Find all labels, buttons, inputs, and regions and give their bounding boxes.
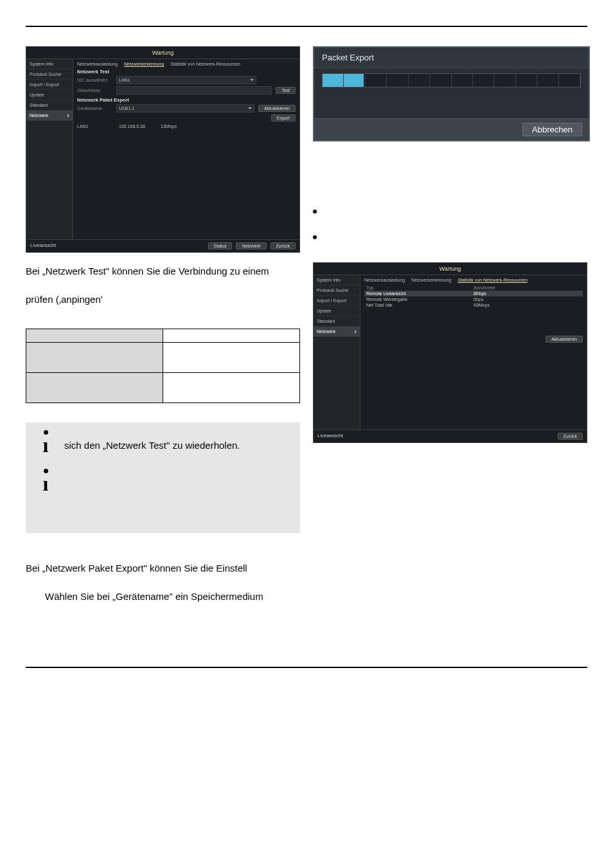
cell <box>26 329 163 343</box>
chevron-right-icon <box>355 330 357 334</box>
footer-liveansicht[interactable]: Liveansicht <box>317 433 343 440</box>
table-row <box>26 373 300 403</box>
sidebar-item-import-export[interactable]: Import / Export <box>314 296 360 306</box>
table-row <box>26 343 300 373</box>
label-nic: NIC auswählen <box>77 78 112 82</box>
zurueck-button[interactable]: Zurück <box>558 433 583 440</box>
bullet-icon <box>313 210 317 213</box>
content-pane: Netzwerkauslastung Netzwerkerkennung Sta… <box>360 275 587 429</box>
cell <box>163 373 300 403</box>
window-title: Wartung <box>26 47 299 59</box>
table-row[interactable]: Remote Liveansicht 8Kbps <box>364 291 583 296</box>
sidebar-item-update[interactable]: Update <box>314 306 360 316</box>
sidebar-item-protokoll-suche[interactable]: Protokoll Suche <box>26 69 73 80</box>
note-text-1: sich den „Netzwerk Test" zu wiederholen. <box>64 430 240 453</box>
sidebar-item-protokoll-suche[interactable]: Protokoll Suche <box>314 285 360 296</box>
cell <box>163 343 300 373</box>
table-row[interactable]: Net Total Idle 60Mbps <box>364 302 583 308</box>
tab-netzwerkerkennung[interactable]: Netzwerkerkennung <box>411 278 451 282</box>
progress-bar <box>322 73 581 87</box>
netzwerk-button[interactable]: Netzwerk <box>236 242 266 249</box>
tab-netzwerkauslastung[interactable]: Netzwerkauslastung <box>364 278 405 282</box>
chevron-down-icon <box>250 79 254 81</box>
top-rule <box>26 26 587 27</box>
sidebar-item-netzwerk[interactable]: Netzwerk <box>26 111 73 121</box>
export-table-row: LAN1 192.168.0.38 13Mbps <box>77 123 296 129</box>
tab-statistik[interactable]: Statistik von Netzwerk-Ressourcen <box>170 62 240 66</box>
note-box: ı sich den „Netzwerk Test" zu wiederhole… <box>26 422 300 533</box>
zurueck-button[interactable]: Zurück <box>271 242 296 249</box>
cell <box>26 373 163 403</box>
screenshot-wartung-netzwerkerkennung: Wartung System Info Protokoll Suche Impo… <box>26 46 300 253</box>
sidebar: System Info Protokoll Suche Import / Exp… <box>314 275 360 429</box>
test-button[interactable]: Test <box>276 87 296 94</box>
footer-liveansicht[interactable]: Liveansicht <box>30 242 56 249</box>
sidebar: System Info Protokoll Suche Import / Exp… <box>26 59 73 239</box>
paragraph-4: Wählen Sie bei „Gerätename" ein Speicher… <box>45 587 300 606</box>
paragraph-3: Bei „Netzwerk Paket Export" können Sie d… <box>26 559 300 578</box>
dialog-title: Packet Export <box>314 48 589 68</box>
bottom-rule <box>26 667 587 668</box>
data-table <box>26 329 300 403</box>
paragraph-1: Bei „Netzwerk Test" können Sie die Verbi… <box>26 262 300 281</box>
content-pane: Netzwerkauslastung Netzwerkerkennung Sta… <box>73 59 299 239</box>
sidebar-item-system-info[interactable]: System Info <box>26 59 73 69</box>
sidebar-item-netzwerk[interactable]: Netzwerk <box>314 327 360 337</box>
packet-export-dialog: Packet Export Abbrechen <box>313 46 590 141</box>
chevron-down-icon <box>248 107 252 109</box>
table-header: Typ Bandbreite <box>364 285 583 291</box>
table-row[interactable]: Remote Wiedergabe 0bps <box>364 296 583 302</box>
bullet-icon <box>313 235 317 239</box>
chevron-right-icon <box>67 114 69 118</box>
label-zieladresse: Zieladresse <box>77 88 112 93</box>
cancel-button[interactable]: Abbrechen <box>522 123 582 136</box>
table-row <box>26 329 300 343</box>
tab-statistik[interactable]: Statistik von Netzwerk-Ressourcen <box>458 278 528 282</box>
export-button[interactable]: Export <box>271 114 296 122</box>
cell <box>26 343 163 373</box>
refresh-button[interactable]: Aktualisieren <box>546 336 583 343</box>
sidebar-item-import-export[interactable]: Import / Export <box>26 80 73 90</box>
info-icon: ı <box>39 430 53 455</box>
sidebar-item-update[interactable]: Update <box>26 90 73 100</box>
cell <box>163 329 300 343</box>
paragraph-2: prüfen (‚anpingen' <box>26 290 300 309</box>
sidebar-item-standard[interactable]: Standard <box>314 316 360 327</box>
geraetename-select[interactable]: USB1-1 <box>116 104 254 113</box>
section-netzwerk-test: Netzwerk Test <box>77 69 296 75</box>
nic-select[interactable]: LAN1 <box>116 76 256 84</box>
status-button[interactable]: Status <box>208 242 233 249</box>
section-paket-export: Netzwerk Paket Export <box>77 97 296 103</box>
window-title: Wartung <box>314 263 587 275</box>
sidebar-item-system-info[interactable]: System Info <box>314 275 360 285</box>
sidebar-item-standard[interactable]: Standard <box>26 100 73 111</box>
refresh-button[interactable]: Aktualisieren <box>258 105 296 112</box>
tab-netzwerkauslastung[interactable]: Netzwerkauslastung <box>77 62 118 66</box>
zieladresse-input[interactable] <box>116 86 272 95</box>
label-geraetename: Gerätename <box>77 106 112 111</box>
info-icon: ı <box>39 469 53 493</box>
screenshot-wartung-statistik: Wartung System Info Protokoll Suche Impo… <box>313 262 587 443</box>
tab-netzwerkerkennung[interactable]: Netzwerkerkennung <box>124 62 164 66</box>
